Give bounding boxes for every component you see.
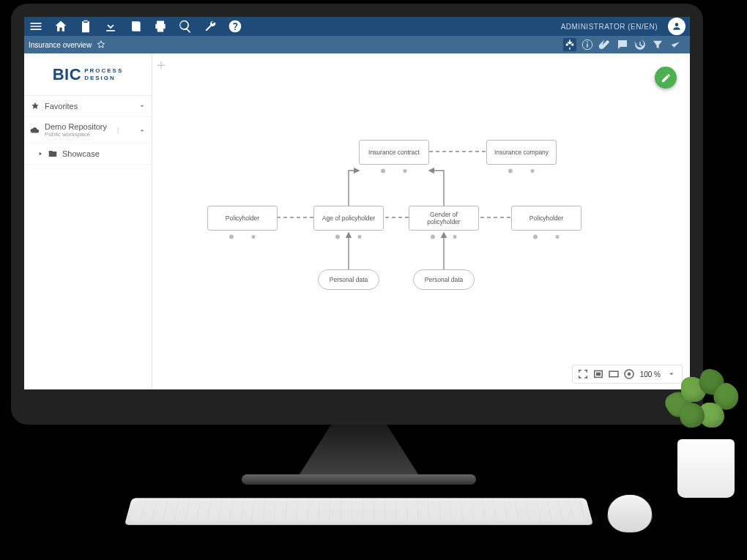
svg-point-18: [431, 235, 435, 239]
sidebar-showcase[interactable]: Showcase: [24, 143, 152, 165]
app-viewport: ADMINISTRATOR (EN/EN) Insurance overview…: [24, 17, 690, 389]
svg-rect-24: [609, 371, 618, 377]
mouse: [606, 495, 653, 533]
svg-point-10: [381, 169, 385, 173]
svg-rect-17: [358, 235, 362, 239]
folder-icon: [48, 149, 58, 159]
add-icon[interactable]: ＋: [154, 55, 168, 75]
svg-point-16: [335, 235, 340, 239]
cloud-icon: [30, 125, 40, 135]
fit-page-icon[interactable]: [592, 367, 605, 381]
breadcrumb-title: Insurance overview: [24, 41, 96, 49]
attachment-icon[interactable]: [598, 38, 612, 51]
node-personal-data-right[interactable]: Personal data: [413, 269, 475, 290]
chevron-up-icon: [138, 127, 146, 134]
node-insurance-company[interactable]: Insurance company: [486, 140, 557, 165]
sidebar-repo[interactable]: Demo Repository Public workspace: [24, 117, 152, 143]
brand-logo: BIC PROCESSDESIGN: [24, 53, 152, 96]
fullscreen-icon[interactable]: [576, 367, 590, 381]
hierarchy-icon[interactable]: [563, 38, 576, 51]
edit-fab[interactable]: [655, 67, 677, 89]
node-personal-data-left[interactable]: Personal data: [318, 269, 379, 290]
svg-rect-21: [556, 235, 560, 239]
check-icon[interactable]: [669, 38, 682, 51]
node-policyholder-right[interactable]: Policyholder: [511, 206, 581, 231]
svg-rect-15: [252, 235, 256, 239]
help-icon[interactable]: [228, 19, 242, 34]
sidebar-item-label: Showcase: [62, 149, 100, 158]
wrench-icon[interactable]: [203, 19, 218, 34]
keyboard: [124, 498, 593, 525]
search-icon[interactable]: [178, 19, 193, 34]
caret-right-icon: [37, 151, 43, 157]
node-age[interactable]: Age of policyholder: [313, 206, 384, 231]
node-gender[interactable]: Gender of policyholder: [409, 206, 479, 231]
svg-rect-23: [596, 373, 601, 376]
node-insurance-contract[interactable]: Insurance contract: [359, 140, 429, 165]
print-icon[interactable]: [153, 19, 168, 34]
main-toolbar: ADMINISTRATOR (EN/EN): [24, 17, 690, 36]
sidebar-item-label: Demo Repository: [45, 122, 107, 131]
node-policyholder-left[interactable]: Policyholder: [207, 206, 278, 231]
chevron-down-icon: [138, 102, 146, 110]
svg-rect-19: [453, 235, 457, 239]
sidebar-item-sublabel: Public workspace: [45, 131, 107, 138]
fit-width-icon[interactable]: [607, 367, 620, 381]
center-icon[interactable]: [622, 367, 636, 381]
info-icon[interactable]: [581, 38, 594, 51]
svg-point-20: [533, 235, 538, 239]
svg-point-14: [229, 235, 234, 239]
user-label: ADMINISTRATOR (EN/EN): [561, 23, 658, 31]
avatar-icon[interactable]: [668, 18, 685, 35]
favorite-star-icon[interactable]: [96, 40, 106, 50]
svg-rect-13: [531, 169, 535, 173]
svg-point-2: [117, 130, 118, 130]
more-icon[interactable]: [114, 127, 122, 134]
sidebar-item-label: Favorites: [45, 102, 78, 111]
diagram-canvas[interactable]: ＋ Insurance contract Insurance company: [152, 53, 690, 389]
hamburger-icon[interactable]: [29, 19, 43, 34]
filter-icon[interactable]: [651, 38, 664, 51]
sidebar: BIC PROCESSDESIGN Favorites Demo Reposit…: [24, 53, 152, 389]
monitor-stand: [289, 425, 428, 479]
breadcrumb-bar: Insurance overview: [24, 36, 690, 53]
monitor-frame: ADMINISTRATOR (EN/EN) Insurance overview…: [11, 4, 703, 425]
svg-point-12: [508, 169, 513, 173]
comment-icon[interactable]: [616, 38, 629, 51]
plant: [663, 366, 747, 498]
svg-point-3: [117, 132, 118, 132]
svg-point-25: [627, 373, 631, 376]
svg-rect-11: [404, 169, 407, 173]
star-icon: [30, 101, 40, 111]
svg-point-1: [117, 127, 118, 128]
clipboard-icon[interactable]: [78, 19, 93, 34]
monitor-base: [242, 474, 476, 485]
history-icon[interactable]: [633, 38, 647, 51]
download-icon[interactable]: [103, 19, 118, 34]
book-icon[interactable]: [128, 19, 143, 34]
home-icon[interactable]: [53, 19, 68, 34]
sidebar-favorites[interactable]: Favorites: [24, 96, 152, 117]
